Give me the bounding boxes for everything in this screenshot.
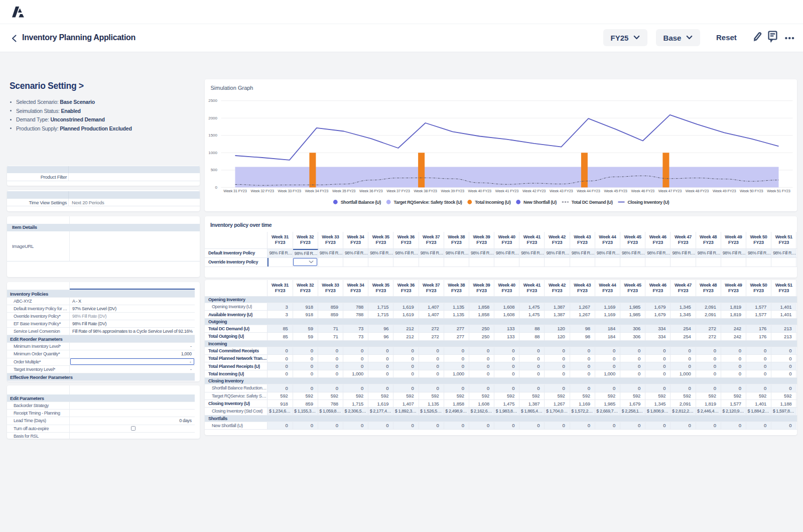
svg-text:Shortfall Balance (U): Shortfall Balance (U) [340,199,381,204]
svg-text:Week 42 FY23: Week 42 FY23 [522,189,545,193]
svg-text:Total DC Demand (U): Total DC Demand (U) [571,199,612,204]
svg-text:Week 46 FY23: Week 46 FY23 [631,189,654,193]
svg-text:Week 50 FY23: Week 50 FY23 [740,189,763,193]
svg-text:500: 500 [210,168,217,172]
svg-text:Week 32 FY23: Week 32 FY23 [250,189,274,193]
svg-text:Week 43 FY23: Week 43 FY23 [550,189,573,193]
svg-text:Week 51 FY23: Week 51 FY23 [767,189,790,193]
svg-text:Closing Inventory (U): Closing Inventory (U) [627,199,669,204]
svg-text:Simulation Graph: Simulation Graph [210,85,253,91]
svg-text:Week 44 FY23: Week 44 FY23 [577,189,600,193]
svg-text:Week 47 FY23: Week 47 FY23 [658,189,681,193]
svg-text:Week 38 FY23: Week 38 FY23 [414,189,437,193]
svg-text:Total Incoming (U): Total Incoming (U) [475,199,511,204]
svg-text:Week 48 FY23: Week 48 FY23 [685,189,708,193]
svg-text:Week 49 FY23: Week 49 FY23 [713,189,736,193]
svg-text:Week 45 FY23: Week 45 FY23 [604,189,627,193]
svg-text:Week 41 FY23: Week 41 FY23 [495,189,518,193]
svg-text:Week 37 FY23: Week 37 FY23 [386,189,410,193]
svg-text:1500: 1500 [208,133,217,138]
svg-text:Week 39 FY23: Week 39 FY23 [441,189,464,193]
svg-text:Week 36 FY23: Week 36 FY23 [359,189,382,193]
svg-text:1000: 1000 [208,151,217,155]
svg-text:Week 35 FY23: Week 35 FY23 [332,189,355,193]
svg-text:Week 33 FY23: Week 33 FY23 [278,189,301,193]
svg-text:Target RQService: Safety Stock: Target RQService: Safety Stock (U) [393,199,462,204]
svg-text:Week 34 FY23: Week 34 FY23 [305,189,328,193]
svg-text:2000: 2000 [208,115,217,120]
svg-text:Week 31 FY23: Week 31 FY23 [223,189,246,193]
svg-text:0: 0 [215,185,217,190]
svg-text:New Shortfall (U): New Shortfall (U) [523,199,557,204]
svg-text:2500: 2500 [208,98,217,103]
svg-text:Week 40 FY23: Week 40 FY23 [468,189,491,193]
